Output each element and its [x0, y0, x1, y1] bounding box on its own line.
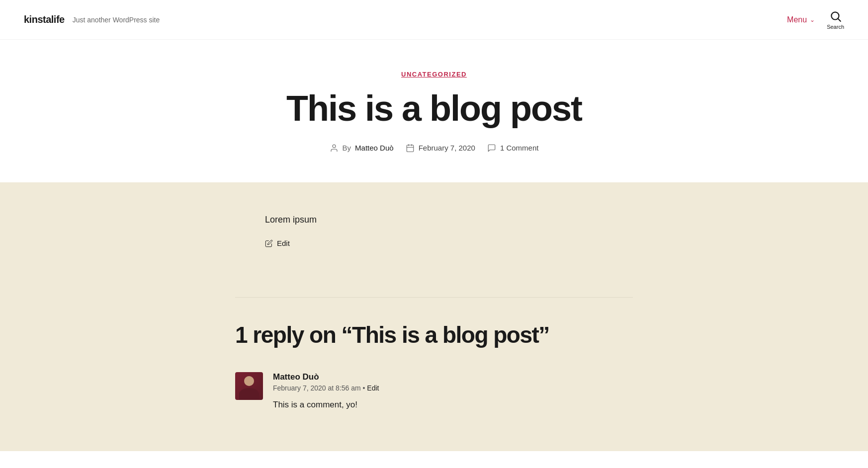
post-content-inner: Lorem ipsum Edit: [265, 212, 603, 248]
post-meta: By Matteo Duò February 7, 2020 1 Comment: [24, 144, 844, 153]
comment-content: Matteo Duò February 7, 2020 at 8:56 am •…: [273, 372, 633, 411]
header-right: Menu ⌄ Search: [787, 10, 844, 30]
comment-date: February 7, 2020 at 8:56 am: [273, 384, 361, 392]
svg-line-1: [838, 19, 841, 21]
svg-point-2: [333, 145, 336, 148]
comments-inner: 1 reply on “This is a blog post” Matteo …: [235, 297, 633, 411]
post-hero: UNCATEGORIZED This is a blog post By Mat…: [0, 40, 868, 182]
svg-rect-3: [407, 145, 414, 152]
site-header: kinstalife Just another WordPress site M…: [0, 0, 868, 40]
post-date: February 7, 2020: [419, 144, 475, 152]
edit-label: Edit: [277, 239, 290, 247]
post-title: This is a blog post: [210, 90, 658, 128]
avatar-inner: [235, 372, 263, 400]
comment-text: This is a comment, yo!: [273, 398, 633, 411]
chevron-down-icon: ⌄: [810, 16, 815, 23]
comments-title: 1 reply on “This is a blog post”: [235, 321, 633, 348]
menu-button[interactable]: Menu ⌄: [787, 15, 815, 24]
post-author-meta: By Matteo Duò: [330, 144, 394, 153]
search-label: Search: [827, 24, 844, 30]
avatar: [235, 372, 263, 400]
post-comments-meta: 1 Comment: [487, 144, 539, 153]
edit-icon: [265, 239, 273, 247]
edit-post-link[interactable]: Edit: [265, 239, 290, 247]
search-button[interactable]: Search: [827, 10, 844, 30]
post-content-section: Lorem ipsum Edit: [0, 182, 868, 288]
comment-author-name: Matteo Duò: [273, 372, 633, 382]
menu-label: Menu: [787, 15, 807, 24]
calendar-icon: [406, 144, 415, 153]
post-date-meta: February 7, 2020: [406, 144, 475, 153]
svg-point-0: [831, 12, 839, 19]
post-comments-count[interactable]: 1 Comment: [500, 144, 539, 152]
post-author-prefix: By: [343, 144, 351, 152]
search-icon: [829, 10, 842, 23]
person-icon: [330, 144, 339, 153]
comment-icon: [487, 144, 496, 153]
comment-edit-link[interactable]: Edit: [367, 384, 379, 392]
comment-item: Matteo Duò February 7, 2020 at 8:56 am •…: [235, 372, 633, 411]
comments-section: 1 reply on “This is a blog post” Matteo …: [0, 287, 868, 451]
section-divider: [235, 297, 633, 298]
post-body: Lorem ipsum: [265, 212, 603, 228]
post-category[interactable]: UNCATEGORIZED: [401, 71, 467, 78]
header-left: kinstalife Just another WordPress site: [24, 14, 160, 25]
post-author-name[interactable]: Matteo Duò: [355, 144, 394, 152]
site-logo[interactable]: kinstalife: [24, 14, 65, 25]
site-tagline: Just another WordPress site: [73, 16, 160, 24]
comment-meta: February 7, 2020 at 8:56 am • Edit: [273, 384, 633, 392]
